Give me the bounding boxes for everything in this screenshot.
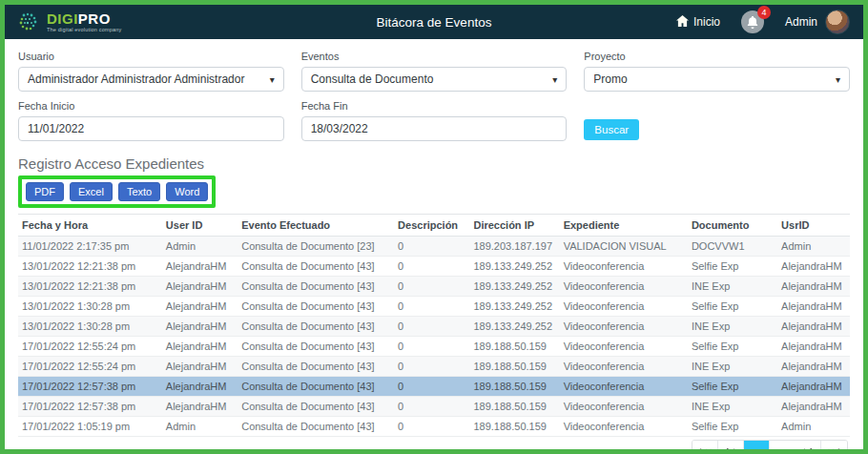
section-title: Registro Acceso Expedientes — [18, 155, 850, 172]
export-texto-button[interactable]: Texto — [118, 182, 160, 201]
table-cell: Videoconferencia — [560, 317, 688, 337]
digipro-logo-icon — [18, 10, 41, 33]
proyecto-label: Proyecto — [584, 51, 850, 62]
table-cell: Consulta de Documento [43] — [238, 397, 394, 417]
brand-name-pro: PRO — [78, 10, 111, 27]
table-cell: Selfie Exp — [688, 257, 777, 277]
proyecto-selected-value: Promo — [593, 72, 627, 86]
table-cell: 0 — [394, 317, 469, 337]
usuario-select[interactable]: Administrador Administrador Administrado… — [18, 67, 284, 92]
column-header: Documento — [688, 215, 777, 237]
table-cell: Admin — [162, 417, 238, 437]
export-buttons-highlight: PDF Excel Texto Word — [18, 175, 216, 208]
table-row[interactable]: 11/01/2022 2:17:35 pmAdminConsulta de Do… — [18, 237, 850, 257]
table-cell: 0 — [394, 277, 469, 297]
table-row[interactable]: 13/01/2022 12:21:38 pmAlejandraHMConsult… — [18, 277, 850, 297]
table-cell: 189.188.50.159 — [469, 417, 559, 437]
table-cell: VALIDACION VISUAL — [560, 237, 688, 257]
table-cell: AlejandraHM — [162, 357, 238, 377]
table-cell: AlejandraHM — [777, 397, 850, 417]
table-header-row: Fecha y HoraUser IDEvento EfectuadoDescr… — [18, 215, 850, 237]
table-cell: 189.203.187.197 — [469, 237, 559, 257]
table-cell: 13/01/2022 12:21:38 pm — [18, 257, 162, 277]
table-row[interactable]: 17/01/2022 12:57:38 pmAlejandraHMConsult… — [18, 397, 850, 417]
table-cell: 0 — [394, 337, 469, 357]
table-cell: 13/01/2022 1:30:28 pm — [18, 297, 162, 317]
export-pdf-button[interactable]: PDF — [26, 182, 64, 201]
table-cell: AlejandraHM — [777, 377, 850, 397]
table-cell: 0 — [394, 357, 469, 377]
user-menu[interactable]: Admin — [785, 10, 850, 34]
filters-form: Usuario Administrador Administrador Admi… — [18, 51, 850, 141]
brand-name-digi: DIGI — [47, 10, 78, 27]
table-cell: 17/01/2022 12:57:38 pm — [18, 397, 162, 417]
eventos-field: Eventos Consulta de Documento ▾ — [301, 51, 568, 92]
table-cell: AlejandraHM — [162, 377, 238, 397]
column-header: User ID — [162, 215, 238, 237]
buscar-button[interactable]: Buscar — [584, 119, 639, 140]
table-cell: Consulta de Documento [43] — [238, 377, 394, 397]
main-content: Usuario Administrador Administrador Admi… — [5, 39, 863, 454]
user-name: Admin — [785, 15, 817, 29]
fecha-inicio-field: Fecha Inicio 11/01/2022 — [18, 100, 284, 141]
page-button[interactable]: 1 — [744, 441, 770, 454]
table-cell: 13/01/2022 12:21:38 pm — [18, 277, 162, 297]
table-row[interactable]: 13/01/2022 1:30:28 pmAlejandraHMConsulta… — [18, 297, 850, 317]
fecha-fin-input[interactable]: 18/03/2022 — [301, 116, 568, 141]
export-word-button[interactable]: Word — [166, 182, 208, 201]
table-cell: Videoconferencia — [560, 297, 688, 317]
table-row[interactable]: 17/01/2022 12:55:24 pmAlejandraHMConsult… — [18, 337, 850, 357]
first-page-button[interactable] — [692, 441, 718, 454]
pagination-row: 12 — [18, 440, 850, 454]
table-cell: 189.188.50.159 — [469, 397, 559, 417]
table-cell: Consulta de Documento [23] — [238, 237, 394, 257]
column-header: UsrID — [777, 215, 850, 237]
table-cell: Consulta de Documento [43] — [238, 257, 394, 277]
table-row[interactable]: 17/01/2022 1:05:19 pmAdminConsulta de Do… — [18, 417, 850, 437]
table-cell: 11/01/2022 2:17:35 pm — [18, 237, 162, 257]
last-page-button[interactable] — [821, 441, 847, 454]
brand-tagline: The digital evolution company — [47, 28, 122, 33]
table-cell: 17/01/2022 12:57:38 pm — [18, 377, 162, 397]
table-cell: Consulta de Documento [43] — [238, 297, 394, 317]
avatar — [825, 10, 850, 34]
nav-home-link[interactable]: Inicio — [676, 15, 720, 30]
usuario-selected-value: Administrador Administrador Administrado… — [28, 72, 244, 86]
column-header: Descripción — [394, 215, 469, 237]
fecha-inicio-input[interactable]: 11/01/2022 — [18, 116, 284, 141]
first-page-icon — [699, 447, 712, 454]
fecha-fin-label: Fecha Fin — [301, 100, 568, 112]
table-row[interactable]: 17/01/2022 12:57:38 pmAlejandraHMConsult… — [18, 377, 850, 397]
table-cell: Selfie Exp — [688, 377, 777, 397]
proyecto-select[interactable]: Promo ▾ — [584, 67, 850, 92]
table-cell: 0 — [394, 397, 469, 417]
page-button[interactable]: 2 — [770, 441, 796, 454]
table-cell: AlejandraHM — [777, 277, 850, 297]
home-icon — [676, 15, 689, 30]
eventos-select[interactable]: Consulta de Documento ▾ — [301, 67, 568, 92]
table-cell: 0 — [394, 237, 469, 257]
table-cell: AlejandraHM — [777, 297, 850, 317]
next-page-button[interactable] — [796, 441, 821, 454]
table-cell: 189.133.249.252 — [469, 317, 559, 337]
table-cell: AlejandraHM — [162, 297, 238, 317]
table-cell: 189.188.50.159 — [469, 377, 559, 397]
proyecto-field: Proyecto Promo ▾ — [584, 51, 850, 92]
table-row[interactable]: 17/01/2022 12:55:24 pmAlejandraHMConsult… — [18, 357, 850, 377]
last-page-icon — [828, 447, 840, 454]
table-cell: AlejandraHM — [777, 337, 850, 357]
fecha-fin-field: Fecha Fin 18/03/2022 — [301, 100, 568, 141]
table-cell: Selfie Exp — [688, 417, 777, 437]
usuario-label: Usuario — [18, 51, 284, 62]
table-cell: Admin — [777, 237, 850, 257]
table-row[interactable]: 13/01/2022 12:21:38 pmAlejandraHMConsult… — [18, 257, 850, 277]
table-cell: AlejandraHM — [777, 317, 850, 337]
table-cell: 17/01/2022 12:55:24 pm — [18, 357, 162, 377]
notifications-button[interactable]: 4 — [741, 10, 764, 33]
prev-page-button[interactable] — [718, 441, 744, 454]
table-cell: AlejandraHM — [777, 257, 850, 277]
brand-logo[interactable]: DIGIPRO The digital evolution company — [18, 10, 122, 33]
export-excel-button[interactable]: Excel — [70, 182, 113, 201]
table-cell: DOCVVW1 — [688, 237, 777, 257]
table-row[interactable]: 13/01/2022 1:30:28 pmAlejandraHMConsulta… — [18, 317, 850, 337]
